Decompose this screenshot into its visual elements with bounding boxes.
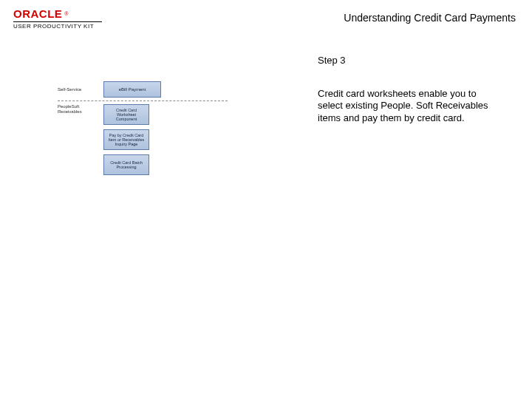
side-label-receivables: PeopleSoft Receivables bbox=[58, 104, 99, 114]
diagram-divider bbox=[58, 100, 228, 101]
box-pay-by-credit-card: Pay by Credit Card Item or Receivables I… bbox=[103, 129, 149, 150]
diagram-row-receivables: PeopleSoft Receivables Credit Card Works… bbox=[58, 104, 228, 175]
diagram-row-selfservice: Self-Service eBill Payment bbox=[58, 81, 228, 98]
box-ebill-payment: eBill Payment bbox=[103, 81, 161, 98]
step-body: Credit card worksheets enable you to sel… bbox=[318, 88, 501, 124]
product-line: USER PRODUCTIVITY KIT bbox=[13, 23, 94, 30]
header: ORACLE ® USER PRODUCTIVITY KIT Understan… bbox=[0, 0, 532, 30]
box-credit-card-worksheet: Credit Card Worksheet Component bbox=[103, 104, 149, 125]
brand-word: ORACLE bbox=[13, 7, 62, 20]
box-credit-card-batch: Credit Card Batch Processing bbox=[103, 154, 149, 175]
content: Self-Service eBill Payment PeopleSoft Re… bbox=[0, 81, 532, 124]
diagram: Self-Service eBill Payment PeopleSoft Re… bbox=[58, 81, 228, 175]
diagram-column: Self-Service eBill Payment PeopleSoft Re… bbox=[13, 81, 309, 124]
oracle-logo: ORACLE ® bbox=[13, 7, 69, 20]
step-label: Step 3 bbox=[318, 55, 501, 66]
side-label-selfservice: Self-Service bbox=[58, 87, 99, 92]
page-title: Understanding Credit Card Payments bbox=[344, 12, 516, 24]
brand-trademark: ® bbox=[64, 11, 68, 16]
text-column: Step 3 Credit card worksheets enable you… bbox=[309, 81, 501, 124]
brand-logo: ORACLE ® USER PRODUCTIVITY KIT bbox=[13, 7, 102, 30]
diagram-box-column: Credit Card Worksheet Component Pay by C… bbox=[103, 104, 149, 175]
logo-divider bbox=[13, 21, 102, 22]
